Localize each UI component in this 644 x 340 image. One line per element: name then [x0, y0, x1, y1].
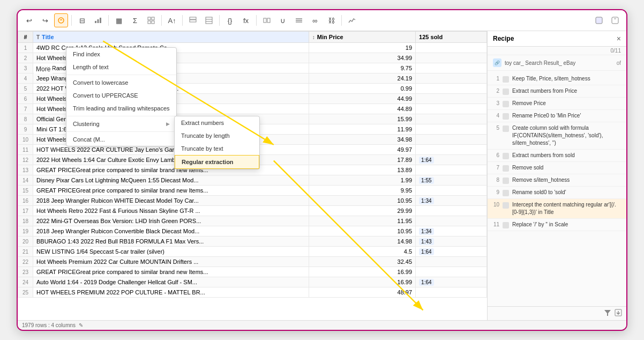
table-row[interactable]: 19 2018 Jeep Wrangler Rubicon Convertibl…: [18, 226, 487, 236]
recipe-step-1[interactable]: 1 Keep Title, Price, s/item_hotness: [488, 73, 626, 85]
grid2-button[interactable]: [202, 13, 216, 27]
pivot-button[interactable]: [144, 13, 158, 27]
text-button[interactable]: A↑: [165, 13, 179, 27]
step-icon: [503, 178, 509, 184]
undo-button[interactable]: ↩: [22, 13, 36, 27]
edit-icon[interactable]: ✎: [79, 322, 83, 328]
recipe-step-2[interactable]: 2 Extract numbers from Price: [488, 85, 626, 98]
step-text: Create column sold with formula IF(CONTA…: [512, 124, 622, 147]
svg-rect-13: [264, 18, 266, 23]
cell-num: 5: [18, 84, 33, 94]
table-row[interactable]: 18 2022 Mini-GT Overseas Box Version: LH…: [18, 216, 487, 226]
recipe-step-3[interactable]: 3 Remove Price: [488, 98, 626, 110]
menu-clustering[interactable]: Clustering: [66, 117, 176, 130]
merge-button[interactable]: ∪: [276, 13, 290, 27]
step-icon: [503, 190, 509, 196]
svg-rect-1: [95, 21, 96, 23]
svg-rect-9: [190, 20, 196, 22]
func-button[interactable]: fx: [239, 13, 253, 27]
step-num: 8: [492, 176, 499, 183]
menu-trim[interactable]: Trim leading and trailing whitespaces: [66, 102, 176, 115]
table-area[interactable]: More # T Title ↕: [18, 31, 487, 320]
table-row[interactable]: 17 Hot Wheels Retro 2022 Fast & Furious …: [18, 206, 487, 216]
table-row[interactable]: 22 Hot Wheels Premium 2022 Car Culture M…: [18, 257, 487, 267]
code-button[interactable]: {}: [223, 13, 237, 27]
rows-button[interactable]: [292, 13, 306, 27]
cell-num: 3: [18, 63, 33, 73]
info-button[interactable]: [608, 13, 622, 27]
table-row[interactable]: 25 HOT WHEELS PREMIUM 2022 POP CULTURE -…: [18, 287, 487, 298]
table-button[interactable]: ▦: [112, 13, 126, 27]
menu-lowercase[interactable]: Convert to lowercase: [66, 76, 176, 89]
menu-length[interactable]: Length of text: [66, 61, 176, 73]
cell-num: 15: [18, 186, 33, 196]
chart-button[interactable]: [91, 13, 105, 27]
cell-price: 11.95: [309, 216, 415, 226]
filter-button[interactable]: ⊟: [75, 13, 89, 27]
table-row[interactable]: 24 Auto World 1:64 - 2019 Dodge Challeng…: [18, 277, 487, 287]
sub-dropdown-menu[interactable]: Extract numbers Truncate by length Trunc…: [174, 116, 260, 169]
sub-truncate-text[interactable]: Truncate by text: [175, 142, 259, 155]
settings-button[interactable]: [592, 13, 606, 27]
cell-num: 17: [18, 206, 33, 216]
table-row[interactable]: 14 Disney Pixar Cars Lot Lightning McQue…: [18, 175, 487, 186]
cell-sold: [416, 104, 487, 114]
dropdown-menu[interactable]: Find index Length of text Convert to low…: [66, 47, 177, 146]
recipe-panel: Recipe × 0/11 🔗 toy car_ Search Result_ …: [487, 31, 626, 320]
app-window: ↩ ↪ ⊟ ▦ Σ A↑ {} fx: [17, 9, 627, 331]
sub-truncate-length[interactable]: Truncate by length: [175, 129, 259, 142]
redo-button[interactable]: ↪: [38, 13, 52, 27]
recipe-step-10[interactable]: 10 Intercept the content matching regula…: [488, 199, 626, 219]
cell-price: 19: [309, 43, 415, 53]
cell-num: 12: [18, 155, 33, 165]
sum-button[interactable]: Σ: [128, 13, 142, 27]
cell-num: 4: [18, 73, 33, 84]
recipe-step-8[interactable]: 8 Remove s/item_hotness: [488, 174, 626, 187]
recipe-step-5[interactable]: 5 Create column sold with formula IF(CON…: [488, 122, 626, 150]
table-row[interactable]: 23 GREAT PRICEGreat price compared to si…: [18, 267, 487, 277]
cell-sold: 1:55: [416, 175, 487, 186]
svg-rect-4: [148, 17, 151, 20]
recipe-export-button[interactable]: [615, 309, 622, 318]
cell-sold: [416, 114, 487, 124]
sub-extract-numbers[interactable]: Extract numbers: [175, 116, 259, 129]
split-button[interactable]: [260, 13, 274, 27]
cell-title: GREAT PRICEGreat price compared to simil…: [33, 186, 309, 196]
step-icon: [503, 202, 509, 209]
cell-title: 2022 Hot Wheels 1:64 Car Culture Exotic …: [33, 155, 309, 165]
table-row[interactable]: 16 2018 Jeep Wrangler Rubicon WHITE Diec…: [18, 196, 487, 206]
table-row[interactable]: 15 GREAT PRICEGreat price compared to si…: [18, 186, 487, 196]
recipe-step-11[interactable]: 11 Replace '/' by '' in Scale: [488, 219, 626, 231]
menu-uppercase[interactable]: Convert to UPPERCASE: [66, 89, 176, 102]
cell-title: GREAT PRICEGreat price compared to simil…: [33, 267, 309, 277]
cell-sold: [416, 287, 487, 298]
recipe-step-4[interactable]: 4 Rename Price0 to 'Min Price': [488, 110, 626, 122]
cell-price: 9.95: [309, 186, 415, 196]
table-row[interactable]: 21 NEW LISTING 1/64 Speccast 5-car trail…: [18, 247, 487, 257]
step-text: Remove Price: [512, 100, 622, 107]
transform-button[interactable]: [54, 13, 68, 27]
sep1: [71, 15, 72, 26]
menu-concat[interactable]: Concat (M...: [66, 133, 176, 146]
recipe-title-label: Recipe: [493, 35, 514, 42]
cell-sold: [416, 267, 487, 277]
cols-button[interactable]: ∞: [308, 13, 322, 27]
col-header-sold[interactable]: 125 sold: [416, 32, 487, 43]
link-button[interactable]: ⛓: [324, 13, 338, 27]
grid1-button[interactable]: [186, 13, 200, 27]
sub-regular-extraction[interactable]: Regular extraction: [175, 155, 259, 169]
svg-rect-19: [612, 17, 618, 24]
col-header-title[interactable]: T Title: [33, 32, 309, 43]
viz-button[interactable]: [345, 13, 359, 27]
recipe-step-7[interactable]: 7 Remove sold: [488, 162, 626, 174]
recipe-close-button[interactable]: ×: [617, 34, 621, 43]
step-icon: [503, 101, 509, 107]
table-row[interactable]: 20 BBURAGO 1:43 2022 Red Bull RB18 FORMU…: [18, 236, 487, 247]
col-header-price[interactable]: ↕ Min Price: [309, 32, 415, 43]
cell-num: 8: [18, 114, 33, 124]
menu-find-index[interactable]: Find index: [66, 48, 176, 61]
recipe-filter-button[interactable]: [604, 309, 611, 318]
recipe-step-6[interactable]: 6 Extract numbers from sold: [488, 150, 626, 162]
step-num: 10: [492, 201, 499, 208]
recipe-step-9[interactable]: 9 Rename sold0 to 'sold': [488, 187, 626, 199]
